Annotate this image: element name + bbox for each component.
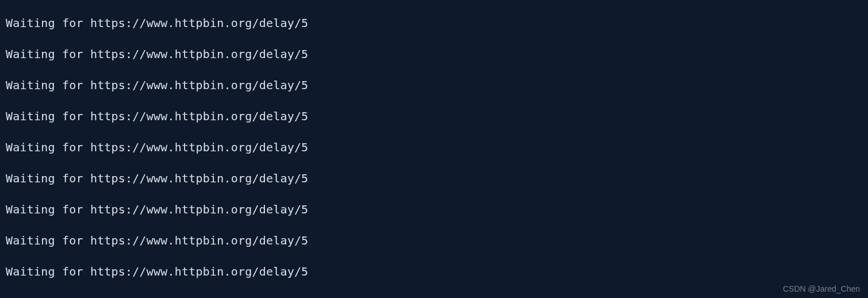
- terminal-line: Waiting for https://www.httpbin.org/dela…: [6, 47, 862, 62]
- terminal-line: Waiting for https://www.httpbin.org/dela…: [6, 109, 862, 124]
- terminal-line: Waiting for https://www.httpbin.org/dela…: [6, 295, 862, 298]
- terminal-line: Waiting for https://www.httpbin.org/dela…: [6, 16, 862, 31]
- terminal-output: Waiting for https://www.httpbin.org/dela…: [0, 0, 868, 298]
- terminal-line: Waiting for https://www.httpbin.org/dela…: [6, 202, 862, 217]
- terminal-line: Waiting for https://www.httpbin.org/dela…: [6, 233, 862, 249]
- watermark-text: CSDN @Jared_Chen: [783, 284, 860, 293]
- terminal-line: Waiting for https://www.httpbin.org/dela…: [6, 171, 862, 186]
- terminal-line: Waiting for https://www.httpbin.org/dela…: [6, 78, 862, 93]
- terminal-line: Waiting for https://www.httpbin.org/dela…: [6, 264, 862, 280]
- terminal-line: Waiting for https://www.httpbin.org/dela…: [6, 140, 862, 155]
